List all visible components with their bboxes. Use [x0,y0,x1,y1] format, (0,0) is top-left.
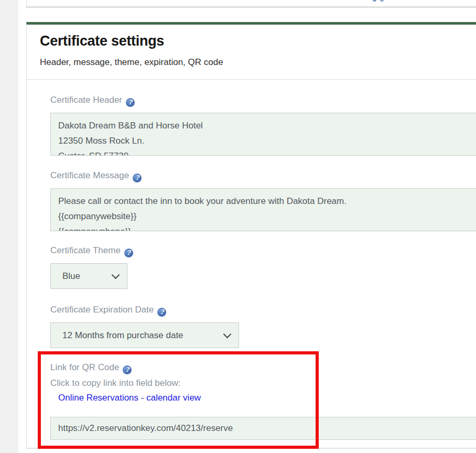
help-icon[interactable]: ? [124,249,133,257]
help-icon[interactable]: ? [123,365,132,374]
certificate-theme-selected-value: Blue [62,271,80,282]
page-left-gutter [0,0,18,453]
certificate-header-group: Certificate Header? Dakota Dream B&B and… [50,94,476,156]
help-icon[interactable]: ? [133,174,142,182]
online-reservations-link[interactable]: Online Reservations - calendar view [58,392,201,404]
qr-code-group: Link for QR Code? Click to copy link int… [50,362,476,440]
certificate-theme-label-text: Certificate Theme [50,245,121,255]
qr-link-label: Link for QR Code? [50,362,476,374]
certificate-header-label: Certificate Header? [50,94,476,107]
certificate-expiration-label-text: Certificate Expiration Date [50,305,154,315]
certificate-settings-card: Certificate settings Header, message, th… [26,22,476,449]
certificate-message-label-text: Certificate Message [50,170,129,180]
qr-link-label-text: Link for QR Code [50,362,119,372]
certificate-expiration-selected-value: 12 Months from purchase date [62,330,183,341]
certificate-header-label-text: Certificate Header [50,95,122,105]
chevron-down-icon [112,271,120,279]
certificate-message-label: Certificate Message? [50,170,476,182]
card-header: Certificate settings Header, message, th… [27,25,476,80]
help-icon[interactable]: ? [126,98,135,107]
certificate-theme-label: Certificate Theme? [50,245,476,257]
previous-card-remnant [26,0,476,8]
certificate-message-group: Certificate Message? Please call or cont… [50,170,476,231]
certificate-theme-group: Certificate Theme? Blue [50,245,476,289]
page-title: Certificate settings [40,33,476,49]
certificate-message-textarea[interactable]: Please call or contact the inn to book y… [50,188,476,231]
certificate-theme-select[interactable]: Blue [50,263,127,289]
certificate-header-textarea[interactable]: Dakota Dream B&B and Horse Hotel 12350 M… [50,113,476,156]
qr-copy-instruction: Click to copy link into field below: [50,378,476,389]
certificate-expiration-select[interactable]: 12 Months from purchase date [50,322,239,348]
settings-form: Certificate Header? Dakota Dream B&B and… [27,80,476,440]
chevron-down-icon [223,330,232,338]
certificate-expiration-label: Certificate Expiration Date? [50,304,476,317]
certificate-expiration-group: Certificate Expiration Date? 12 Months f… [50,304,476,348]
qr-link-input[interactable] [50,417,476,440]
help-icon[interactable]: ? [157,308,166,317]
page-subtitle: Header, message, theme, expiration, QR c… [40,57,476,68]
